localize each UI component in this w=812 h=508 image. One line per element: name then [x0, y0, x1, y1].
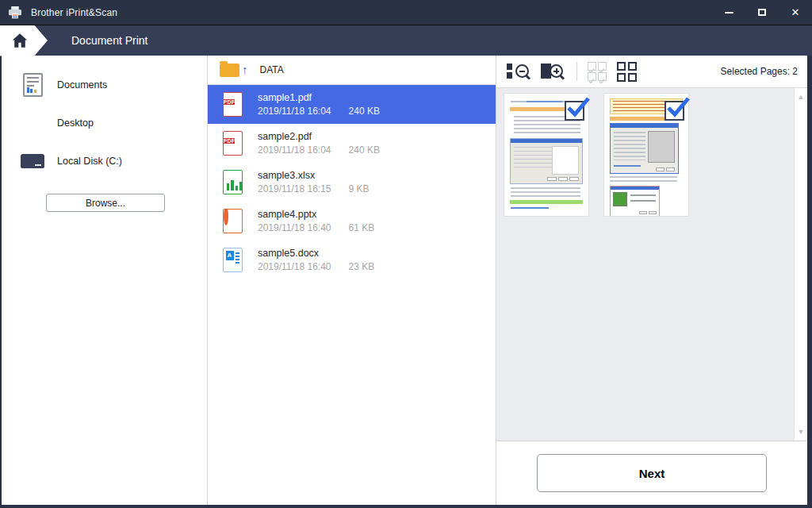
documents-icon [19, 73, 46, 97]
sidebar-item-label: Local Disk (C:) [57, 156, 122, 167]
file-size: 240 KB [349, 106, 380, 117]
page-thumbnails-area: ▲ ▼ [496, 88, 807, 441]
file-list-panel: ↑ DATA PDF sample1.pdf 2019/11/18 16:042… [208, 56, 496, 505]
selected-pages-count: Selected Pages: 2 [721, 66, 798, 77]
browse-button[interactable]: Browse... [46, 194, 165, 212]
pdf-file-icon: PDF [219, 92, 246, 117]
title-bar: Brother iPrint&Scan ✕ [0, 0, 812, 25]
check-icon [567, 96, 591, 120]
sidebar-item-label: Documents [57, 79, 107, 90]
file-name: sample4.pptx [258, 209, 374, 220]
sidebar-item-local-disk[interactable]: Local Disk (C:) [2, 142, 207, 180]
minimize-icon [725, 12, 733, 13]
file-name: sample2.pdf [258, 131, 380, 142]
maximize-icon [758, 9, 766, 16]
toolbar-divider [576, 62, 577, 81]
desktop-icon [19, 114, 46, 133]
folder-up-icon [220, 64, 239, 77]
zoom-in-icon [541, 61, 565, 82]
preview-panel: Selected Pages: 2 [496, 56, 807, 505]
folder-up-row[interactable]: ↑ DATA [208, 56, 496, 85]
preview-toolbar: Selected Pages: 2 [496, 56, 807, 88]
app-title: Brother iPrint&Scan [31, 7, 117, 18]
printer-icon [7, 6, 23, 19]
page-2-checkbox[interactable] [665, 101, 684, 121]
minimize-button[interactable] [712, 0, 745, 25]
check-icon [667, 96, 691, 120]
file-row-sample3-xlsx[interactable]: sample3.xlsx 2019/11/18 16:159 KB [208, 163, 496, 202]
page-1-checkbox[interactable] [565, 101, 584, 121]
locations-sidebar: Documents Desktop Local Disk (C:) Browse… [2, 56, 208, 505]
disk-icon [19, 154, 46, 168]
pdf-file-icon: PDF [219, 131, 246, 156]
select-all-checkboxes-icon [588, 62, 607, 81]
main-content: Documents Desktop Local Disk (C:) Browse… [2, 56, 807, 505]
file-name: sample3.xlsx [258, 170, 370, 181]
file-row-sample4-pptx[interactable]: sample4.pptx 2019/11/18 16:4061 KB [208, 202, 496, 241]
maximize-button[interactable] [745, 0, 779, 25]
zoom-in-button[interactable] [541, 61, 565, 82]
file-size: 9 KB [349, 183, 370, 194]
zoom-out-button[interactable] [507, 61, 530, 82]
page-thumbnail-2[interactable] [603, 93, 689, 217]
file-date: 2019/11/18 16:04 [258, 106, 331, 117]
select-all-pages-button[interactable] [588, 62, 607, 81]
file-date: 2019/11/18 16:40 [258, 222, 331, 233]
up-arrow-icon: ↑ [242, 63, 248, 76]
file-name: sample5.docx [258, 248, 374, 259]
docx-file-icon: A [219, 248, 246, 272]
close-button[interactable]: ✕ [779, 0, 812, 25]
thumbnails-scrollbar[interactable]: ▲ ▼ [794, 88, 807, 441]
sidebar-item-documents[interactable]: Documents [2, 66, 207, 104]
file-row-sample1-pdf[interactable]: PDF sample1.pdf 2019/11/18 16:04240 KB [208, 85, 496, 124]
file-date: 2019/11/18 16:15 [258, 183, 331, 194]
scroll-down-arrow[interactable]: ▼ [795, 428, 807, 436]
sidebar-item-desktop[interactable]: Desktop [2, 104, 207, 142]
page-title: Document Print [71, 34, 147, 47]
home-button[interactable] [0, 25, 48, 56]
current-folder-name: DATA [260, 64, 284, 75]
pptx-file-icon [219, 209, 246, 233]
file-date: 2019/11/18 16:04 [258, 144, 331, 156]
close-icon: ✕ [791, 6, 800, 18]
file-row-sample2-pdf[interactable]: PDF sample2.pdf 2019/11/18 16:04240 KB [208, 124, 496, 163]
zoom-out-icon [507, 61, 530, 82]
grid-view-icon [617, 62, 637, 82]
footer-bar: Next [496, 441, 807, 505]
file-size: 240 KB [349, 144, 380, 156]
next-button[interactable]: Next [537, 454, 767, 492]
xlsx-file-icon [219, 170, 246, 194]
page-thumbnail-1[interactable] [504, 93, 589, 217]
sidebar-item-label: Desktop [57, 117, 94, 129]
window-controls: ✕ [712, 0, 812, 25]
file-row-sample5-docx[interactable]: A sample5.docx 2019/11/18 16:4023 KB [208, 241, 496, 279]
file-size: 23 KB [349, 261, 375, 272]
file-name: sample1.pdf [258, 92, 380, 103]
file-size: 61 KB [349, 222, 375, 233]
file-date: 2019/11/18 16:40 [258, 261, 331, 272]
home-icon [10, 32, 29, 49]
scroll-up-arrow[interactable]: ▲ [795, 93, 807, 101]
grid-view-button[interactable] [617, 62, 637, 82]
nav-bar: Document Print [0, 25, 812, 56]
app-window: Brother iPrint&Scan ✕ Document Print [0, 0, 812, 508]
